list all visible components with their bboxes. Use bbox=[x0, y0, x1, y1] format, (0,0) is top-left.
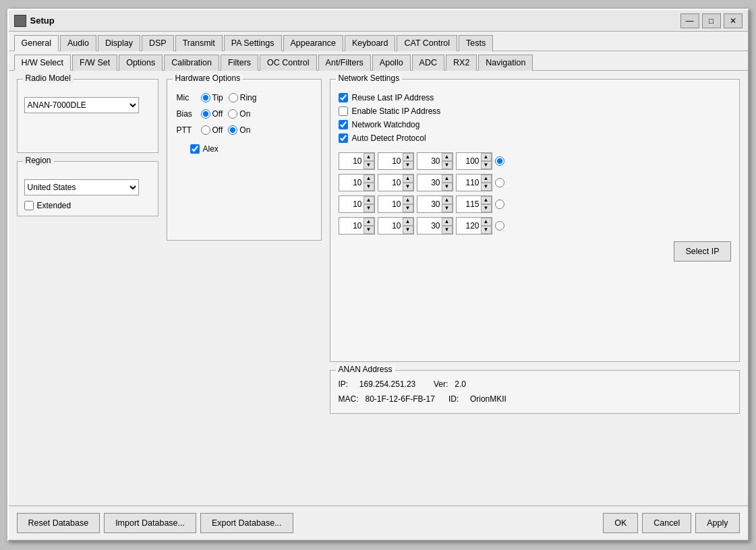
tab-navigation[interactable]: Navigation bbox=[478, 55, 533, 71]
export-database-button[interactable]: Export Database... bbox=[200, 513, 293, 533]
tab-options[interactable]: Options bbox=[119, 55, 163, 71]
ip2-oct3-down[interactable]: ▼ bbox=[442, 183, 453, 191]
bias-off-radio[interactable] bbox=[201, 109, 210, 119]
ip1-oct3-btns: ▲ ▼ bbox=[442, 153, 453, 169]
ptt-off-radio[interactable] bbox=[201, 125, 210, 135]
ok-button[interactable]: OK bbox=[603, 513, 638, 533]
auto-detect-checkbox[interactable] bbox=[339, 133, 348, 143]
ip3-oct2-up[interactable]: ▲ bbox=[403, 196, 413, 204]
region-select[interactable]: United States Europe Japan Australia bbox=[24, 179, 139, 195]
ip3-oct3-input[interactable] bbox=[417, 196, 442, 212]
ip1-oct1-up[interactable]: ▲ bbox=[364, 153, 374, 161]
import-database-button[interactable]: Import Database... bbox=[104, 513, 196, 533]
tab-apollo[interactable]: Apollo bbox=[372, 55, 411, 71]
ip1-oct1-down[interactable]: ▼ bbox=[364, 161, 374, 169]
tab-general[interactable]: General bbox=[14, 35, 59, 51]
ip1-oct2-input[interactable] bbox=[378, 153, 403, 169]
extended-checkbox[interactable] bbox=[24, 201, 34, 210]
ip2-oct1-input[interactable] bbox=[339, 175, 364, 191]
tab-transmit[interactable]: Transmit bbox=[175, 35, 223, 51]
bias-on-radio[interactable] bbox=[228, 109, 237, 119]
tab-calibration[interactable]: Calibration bbox=[164, 55, 219, 71]
ip3-oct2-down[interactable]: ▼ bbox=[403, 204, 413, 212]
cancel-button[interactable]: Cancel bbox=[642, 513, 691, 533]
tab-fw-set[interactable]: F/W Set bbox=[72, 55, 117, 71]
ip3-oct3-down[interactable]: ▼ bbox=[442, 204, 453, 212]
ip1-oct2-down[interactable]: ▼ bbox=[403, 161, 413, 169]
static-ip-checkbox[interactable] bbox=[339, 106, 348, 116]
tab-ant-filters[interactable]: Ant/Filters bbox=[318, 55, 371, 71]
minimize-button[interactable]: — bbox=[680, 13, 699, 28]
ip-row-1-radio[interactable] bbox=[495, 156, 504, 166]
ip3-oct4-up[interactable]: ▲ bbox=[481, 196, 492, 204]
ip4-oct2-input[interactable] bbox=[378, 218, 403, 234]
ip2-oct4-up[interactable]: ▲ bbox=[481, 175, 492, 183]
ip4-oct3-down[interactable]: ▼ bbox=[442, 226, 453, 234]
ip3-oct4-input[interactable] bbox=[457, 196, 481, 212]
tab-audio[interactable]: Audio bbox=[60, 35, 96, 51]
ip2-oct3-input[interactable] bbox=[417, 175, 442, 191]
ip-row-3-radio[interactable] bbox=[495, 200, 504, 209]
ip1-oct4-up[interactable]: ▲ bbox=[481, 153, 492, 161]
ip2-oct2-down[interactable]: ▼ bbox=[403, 183, 413, 191]
ip1-oct3-input[interactable] bbox=[417, 153, 442, 169]
ip1-oct4-down[interactable]: ▼ bbox=[481, 161, 492, 169]
anan-info: IP: 169.254.251.23 Ver: 2.0 MAC: 80-1F-1… bbox=[339, 377, 731, 406]
ip1-oct3-up[interactable]: ▲ bbox=[442, 153, 453, 161]
close-button[interactable]: ✕ bbox=[724, 13, 743, 28]
ip2-oct1-down[interactable]: ▼ bbox=[364, 183, 374, 191]
ip-row-4-radio[interactable] bbox=[495, 221, 504, 231]
tab-appearance[interactable]: Appearance bbox=[283, 35, 343, 51]
tab-cat-control[interactable]: CAT Control bbox=[397, 35, 457, 51]
ip4-oct3-up[interactable]: ▲ bbox=[442, 218, 453, 226]
mic-ring-radio[interactable] bbox=[229, 93, 238, 102]
ip2-oct4-down[interactable]: ▼ bbox=[481, 183, 492, 191]
tab-oc-control[interactable]: OC Control bbox=[260, 55, 317, 71]
tab-keyboard[interactable]: Keyboard bbox=[345, 35, 396, 51]
ip4-oct1-up[interactable]: ▲ bbox=[364, 218, 374, 226]
ip3-oct1-input[interactable] bbox=[339, 196, 364, 212]
ip1-oct2-up[interactable]: ▲ bbox=[403, 153, 413, 161]
ip2-oct4-input[interactable] bbox=[457, 175, 481, 191]
ip2-oct2-up[interactable]: ▲ bbox=[403, 175, 413, 183]
tab-rx2[interactable]: RX2 bbox=[446, 55, 477, 71]
ip4-oct3-input[interactable] bbox=[417, 218, 442, 234]
watchdog-checkbox[interactable] bbox=[339, 120, 348, 129]
tab-display[interactable]: Display bbox=[98, 35, 140, 51]
anan-id-label: ID: bbox=[448, 394, 459, 404]
tab-dsp[interactable]: DSP bbox=[142, 35, 174, 51]
ip2-oct1-up[interactable]: ▲ bbox=[364, 175, 374, 183]
tab-filters[interactable]: Filters bbox=[221, 55, 258, 71]
ip2-oct2-input[interactable] bbox=[378, 175, 403, 191]
tab-pa-settings[interactable]: PA Settings bbox=[224, 35, 282, 51]
ip4-oct2-up[interactable]: ▲ bbox=[403, 218, 413, 226]
ip4-oct2-down[interactable]: ▼ bbox=[403, 226, 413, 234]
ip1-oct3-down[interactable]: ▼ bbox=[442, 161, 453, 169]
ip1-oct1-input[interactable] bbox=[339, 153, 364, 169]
ip2-oct3-up[interactable]: ▲ bbox=[442, 175, 453, 183]
alex-checkbox[interactable] bbox=[190, 144, 200, 154]
ip3-oct4-down[interactable]: ▼ bbox=[481, 204, 492, 212]
ip3-oct1-down[interactable]: ▼ bbox=[364, 204, 374, 212]
reuse-ip-checkbox[interactable] bbox=[339, 93, 348, 102]
tab-tests[interactable]: Tests bbox=[459, 35, 493, 51]
ip3-oct1-up[interactable]: ▲ bbox=[364, 196, 374, 204]
tab-adc[interactable]: ADC bbox=[412, 55, 444, 71]
apply-button[interactable]: Apply bbox=[695, 513, 739, 533]
ip3-oct2-input[interactable] bbox=[378, 196, 403, 212]
ip4-oct1-down[interactable]: ▼ bbox=[364, 226, 374, 234]
radio-model-select[interactable]: ANAN-7000DLE ANAN-100 ANAN-200 ANAN-7000 bbox=[24, 97, 139, 113]
ip4-oct4-up[interactable]: ▲ bbox=[481, 218, 492, 226]
ip1-oct4-input[interactable] bbox=[457, 153, 481, 169]
ip4-oct4-down[interactable]: ▼ bbox=[481, 226, 492, 234]
mic-tip-radio[interactable] bbox=[201, 93, 210, 102]
ip3-oct3-up[interactable]: ▲ bbox=[442, 196, 453, 204]
reset-database-button[interactable]: Reset Database bbox=[17, 513, 100, 533]
ip4-oct1-input[interactable] bbox=[339, 218, 364, 234]
ptt-on-radio[interactable] bbox=[228, 125, 237, 135]
select-ip-button[interactable]: Select IP bbox=[674, 241, 730, 262]
ip4-oct4-input[interactable] bbox=[457, 218, 481, 234]
restore-button[interactable]: □ bbox=[702, 13, 721, 28]
tab-hw-select[interactable]: H/W Select bbox=[14, 55, 71, 71]
ip-row-2-radio[interactable] bbox=[495, 178, 504, 187]
